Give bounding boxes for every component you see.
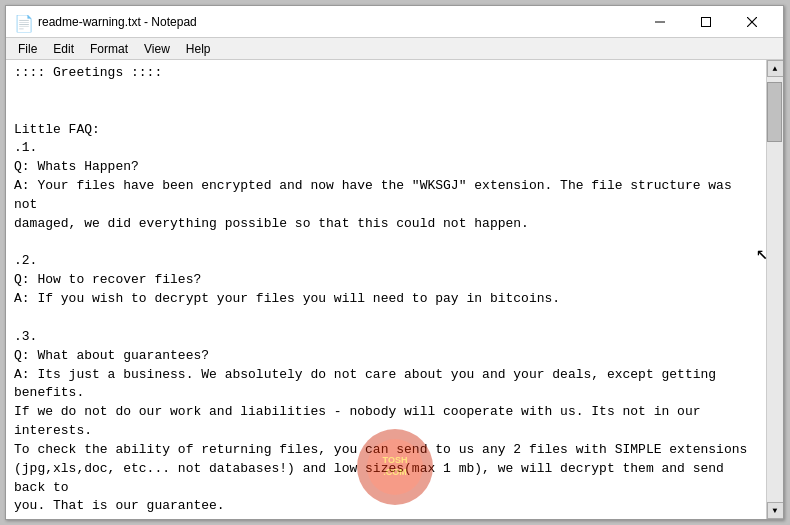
scroll-thumb[interactable] [767,82,782,142]
scroll-up-button[interactable]: ▲ [767,60,784,77]
content-area: :::: Greetings :::: Little FAQ: .1. Q: W… [6,60,783,519]
menu-format[interactable]: Format [82,40,136,58]
window-controls [637,6,775,38]
scroll-down-button[interactable]: ▼ [767,502,784,519]
menu-view[interactable]: View [136,40,178,58]
menu-help[interactable]: Help [178,40,219,58]
scroll-track[interactable] [767,77,783,502]
minimize-button[interactable] [637,6,683,38]
svg-rect-1 [702,17,711,26]
text-editor[interactable]: :::: Greetings :::: Little FAQ: .1. Q: W… [6,60,766,519]
title-bar: 📄 readme-warning.txt - Notepad [6,6,783,38]
menu-edit[interactable]: Edit [45,40,82,58]
scrollbar[interactable]: ▲ ▼ [766,60,783,519]
close-button[interactable] [729,6,775,38]
maximize-button[interactable] [683,6,729,38]
notepad-window: 📄 readme-warning.txt - Notepad [5,5,784,520]
menu-bar: File Edit Format View Help [6,38,783,60]
app-icon: 📄 [14,14,30,30]
menu-file[interactable]: File [10,40,45,58]
window-title: readme-warning.txt - Notepad [38,15,197,29]
title-bar-left: 📄 readme-warning.txt - Notepad [14,14,197,30]
